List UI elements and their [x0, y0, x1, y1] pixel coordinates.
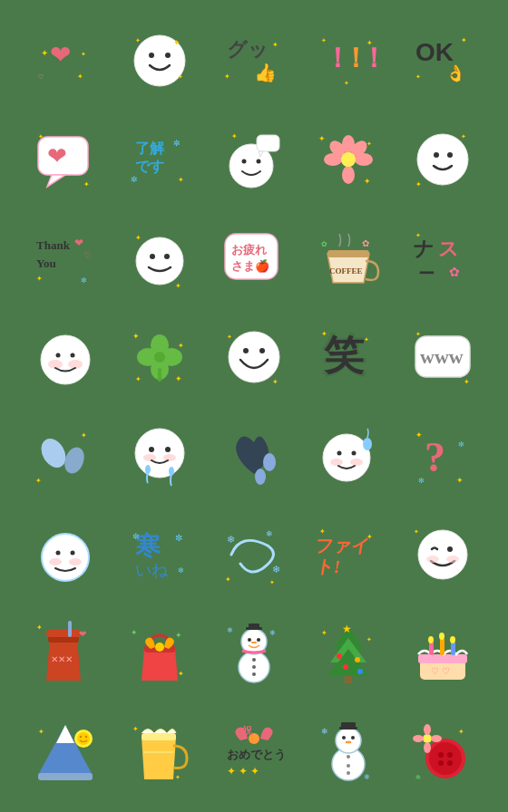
svg-text:✦: ✦ — [81, 51, 86, 58]
sticker-face-side[interactable]: ✦ ✦ — [397, 111, 488, 207]
svg-point-109 — [61, 444, 87, 476]
sticker-face-speech[interactable]: ✦ — [209, 111, 299, 207]
svg-point-175 — [252, 672, 256, 676]
svg-point-63 — [136, 237, 183, 285]
sticker-coffee-takeout[interactable]: ✕✕✕ ❤ ✦ — [20, 605, 111, 701]
sticker-clover[interactable]: ✦ ✦ ✦ ✦ — [114, 309, 205, 404]
sticker-question[interactable]: ? ✦ ✦ ✼ ✼ — [397, 408, 488, 503]
svg-text:✦: ✦ — [178, 670, 184, 678]
svg-rect-192 — [440, 638, 444, 655]
sticker-birthday-cake[interactable]: ♡ ♡ — [397, 605, 488, 701]
sticker-www[interactable]: www ✦ ✦ — [397, 309, 488, 404]
sticker-otsukaresama[interactable]: お疲れ さま🍎 — [209, 210, 299, 305]
sticker-christmas-tree[interactable]: ★ ✦ ✦ — [303, 605, 394, 701]
sticker-face-smile[interactable]: ✦ ✦ ✦ — [114, 13, 205, 108]
sticker-face-rosy[interactable] — [20, 309, 111, 404]
svg-point-6 — [149, 53, 154, 58]
svg-rect-71 — [327, 250, 369, 257]
svg-rect-90 — [158, 368, 161, 382]
svg-point-184 — [355, 657, 360, 662]
svg-text:ファイ: ファイ — [317, 536, 371, 556]
svg-text:✦: ✦ — [321, 37, 327, 44]
sticker-ryokai[interactable]: 了解 です ✼ ✼ ✦ — [114, 111, 205, 207]
sticker-beer[interactable]: ✦ ✦ — [114, 704, 205, 799]
sticker-drops-dark[interactable] — [209, 408, 299, 503]
svg-text:✦: ✦ — [38, 728, 44, 736]
sticker-rain-drops[interactable]: ✦ ✦ — [20, 408, 111, 503]
sticker-face-wink[interactable]: ✦ — [397, 507, 488, 602]
svg-point-126 — [363, 438, 372, 450]
sticker-flower[interactable]: ✦ ✦ ✦ — [303, 111, 394, 207]
svg-point-84 — [71, 353, 75, 357]
sticker-flower-button[interactable]: ✦ ✼ — [397, 704, 488, 799]
svg-text:ナ: ナ — [413, 237, 435, 260]
svg-point-83 — [56, 353, 61, 357]
svg-text:いね: いね — [135, 561, 169, 579]
svg-text:✦: ✦ — [414, 528, 419, 536]
svg-text:✦: ✦ — [461, 36, 467, 44]
sticker-heart-bubble[interactable]: ❤ ✦ ✦ — [20, 111, 111, 207]
svg-point-64 — [150, 254, 155, 259]
svg-text:✦: ✦ — [366, 636, 372, 643]
svg-text:✦: ✦ — [41, 48, 48, 58]
svg-text:✦: ✦ — [272, 378, 278, 386]
svg-point-201 — [77, 732, 90, 745]
sticker-samui[interactable]: 寒 いね ✼ ✼ ✼ — [114, 507, 205, 602]
svg-point-222 — [347, 764, 350, 768]
svg-text:❄: ❄ — [364, 773, 370, 781]
svg-point-152 — [447, 546, 453, 552]
svg-text:✦: ✦ — [321, 629, 327, 637]
svg-marker-199 — [56, 725, 74, 743]
svg-point-135 — [56, 550, 61, 555]
svg-text:★: ★ — [342, 623, 352, 635]
svg-text:✦: ✦ — [36, 275, 43, 283]
sticker-face-neutral[interactable]: ✦ ✦ — [114, 210, 205, 305]
svg-text:❄: ❄ — [269, 629, 276, 637]
sticker-christmas-bag[interactable]: ✦ ✦ ✦ — [114, 605, 205, 701]
svg-text:✦: ✦ — [364, 177, 371, 186]
svg-text:ス: ス — [438, 237, 459, 260]
svg-text:✦: ✦ — [173, 38, 181, 47]
svg-point-174 — [252, 665, 256, 669]
sticker-omedeto[interactable]: 祝 おめでとう ✦ ✦ ✦ — [209, 704, 299, 799]
svg-text:✼: ✼ — [418, 477, 425, 485]
svg-text:✦: ✦ — [415, 430, 423, 440]
svg-text:✦: ✦ — [272, 41, 278, 49]
sticker-gutto[interactable]: グッ 👍 ✦ ✦ — [209, 13, 299, 108]
sticker-kanji-flower[interactable]: ナ ス ✿ ー ✦ — [397, 210, 488, 305]
sticker-faito[interactable]: ファイ ト! ✦ ✦ — [303, 507, 394, 602]
sticker-mount-fuji[interactable]: ✦ — [20, 704, 111, 799]
svg-point-194 — [428, 636, 434, 643]
svg-text:❤: ❤ — [74, 237, 83, 249]
svg-text:✦: ✦ — [366, 39, 373, 47]
svg-point-231 — [447, 760, 453, 766]
svg-text:✼: ✼ — [81, 276, 87, 285]
svg-point-233 — [424, 724, 431, 735]
sticker-thank-you[interactable]: Thank You ❤ ♡ ✦ ✼ — [20, 210, 111, 305]
svg-point-219 — [351, 736, 355, 740]
sticker-face-cry[interactable] — [114, 408, 205, 503]
sticker-face-cold[interactable] — [20, 507, 111, 602]
svg-text:✦: ✦ — [464, 378, 470, 386]
sticker-snow-wind[interactable]: ❄ ❄ ❄ ✦ ✦ — [209, 507, 299, 602]
sticker-snowman2[interactable]: ❄ ❄ — [303, 704, 394, 799]
svg-point-237 — [424, 735, 431, 742]
sticker-ok[interactable]: OK 👌 ✦ ✦ — [397, 13, 488, 108]
sticker-coffee[interactable]: COFFEE ✿ ✿ — [303, 210, 394, 305]
svg-text:お疲れ: お疲れ — [231, 243, 268, 256]
svg-point-151 — [418, 530, 467, 579]
svg-text:✼: ✼ — [175, 533, 182, 543]
svg-point-195 — [439, 633, 444, 640]
sticker-face-big-smile[interactable]: ✦ ✦ — [209, 309, 299, 404]
sticker-heart[interactable]: ❤ ✦ ✦ ✦ ♡ — [20, 13, 111, 108]
svg-point-113 — [143, 454, 156, 461]
svg-rect-206 — [142, 733, 176, 740]
svg-point-53 — [434, 152, 439, 158]
svg-point-36 — [242, 159, 247, 163]
sticker-exclamation[interactable]: ！ ！ ！ ✦ ✦ ✦ — [303, 13, 394, 108]
sticker-face-sweat[interactable] — [303, 408, 394, 503]
svg-rect-38 — [257, 135, 279, 151]
svg-point-218 — [342, 736, 346, 740]
sticker-warau[interactable]: 笑 笑 ✦ ✦ — [303, 309, 394, 404]
sticker-snowman[interactable]: ❄ ❄ — [209, 605, 299, 701]
